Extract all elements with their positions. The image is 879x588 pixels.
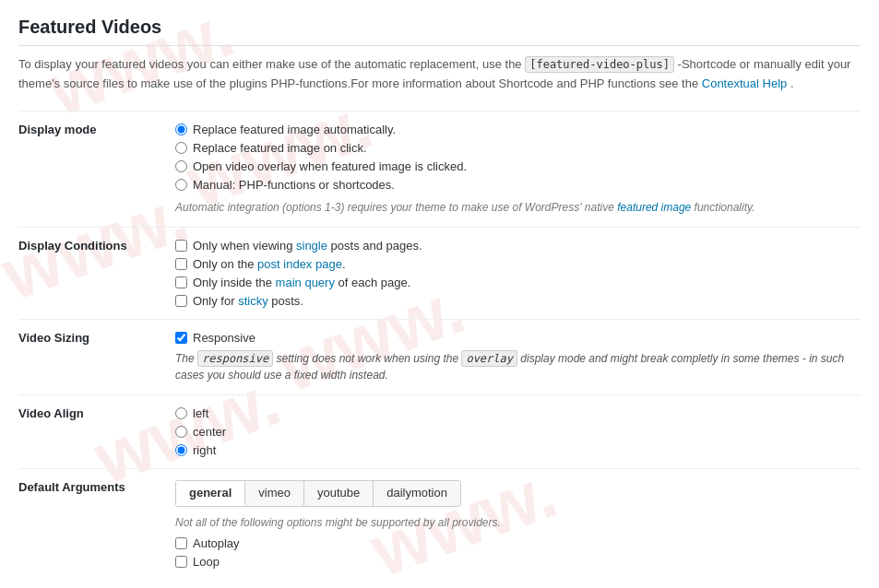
post-index-link[interactable]: post index page — [257, 257, 342, 271]
autoplay-checkbox-label[interactable]: Autoplay — [175, 536, 851, 550]
video-sizing-options: Responsive The responsive setting does n… — [166, 319, 861, 394]
video-sizing-note: The responsive setting does not work whe… — [175, 350, 851, 383]
display-mode-radio-2[interactable] — [175, 160, 187, 172]
display-conditions-check-3[interactable] — [175, 295, 187, 307]
contextual-help-link[interactable]: Contextual Help — [702, 76, 788, 90]
display-conditions-label: Display Conditions — [18, 227, 166, 319]
intro-paragraph: To display your featured videos you can … — [18, 55, 861, 94]
default-arguments-label: Default Arguments — [18, 468, 166, 580]
video-align-radio-left[interactable] — [175, 407, 187, 419]
default-arguments-tabs: general vimeo youtube dailymotion — [175, 480, 461, 507]
responsive-checkbox-label[interactable]: Responsive — [175, 331, 851, 345]
default-arguments-options: general vimeo youtube dailymotion Not al… — [166, 468, 861, 580]
page-content: Featured Videos To display your featured… — [18, 17, 861, 580]
tab-vimeo[interactable]: vimeo — [245, 481, 304, 506]
display-mode-option-1[interactable]: Replace featured image on click. — [175, 141, 851, 155]
display-conditions-checkbox-group: Only when viewing single posts and pages… — [175, 239, 851, 308]
video-align-radio-right[interactable] — [175, 444, 187, 456]
display-mode-option-2[interactable]: Open video overlay when featured image i… — [175, 159, 851, 173]
video-align-right[interactable]: right — [175, 443, 851, 457]
video-align-label: Video Align — [18, 394, 166, 468]
tab-dailymotion[interactable]: dailymotion — [374, 481, 460, 506]
display-conditions-option-0[interactable]: Only when viewing single posts and pages… — [175, 239, 851, 253]
display-mode-option-3[interactable]: Manual: PHP-functions or shortcodes. — [175, 178, 851, 192]
display-conditions-row: Display Conditions Only when viewing sin… — [18, 227, 861, 319]
tab-general[interactable]: general — [176, 481, 245, 506]
display-conditions-option-1[interactable]: Only on the post index page. — [175, 257, 851, 271]
display-conditions-options: Only when viewing single posts and pages… — [166, 227, 861, 319]
tab-youtube[interactable]: youtube — [304, 481, 374, 506]
video-align-radio-group: left center right — [175, 406, 851, 457]
loop-checkbox-label[interactable]: Loop — [175, 555, 851, 569]
main-query-link[interactable]: main query — [276, 276, 335, 289]
video-align-options: left center right — [166, 394, 861, 468]
display-conditions-check-2[interactable] — [175, 276, 187, 288]
default-arguments-row: Default Arguments general vimeo youtube … — [18, 468, 861, 580]
display-mode-radio-group: Replace featured image automatically. Re… — [175, 123, 851, 192]
responsive-checkbox[interactable] — [175, 332, 187, 344]
page-title: Featured Videos — [18, 17, 861, 46]
display-mode-option-0[interactable]: Replace featured image automatically. — [175, 123, 851, 136]
video-align-row: Video Align left center righ — [18, 394, 861, 468]
loop-checkbox[interactable] — [175, 556, 187, 568]
responsive-code: responsive — [197, 350, 273, 367]
video-align-radio-center[interactable] — [175, 426, 187, 438]
video-align-center[interactable]: center — [175, 425, 851, 439]
display-mode-label: Display mode — [18, 111, 166, 227]
featured-image-link[interactable]: featured image — [617, 201, 691, 214]
display-mode-radio-3[interactable] — [175, 179, 187, 191]
display-conditions-option-3[interactable]: Only for sticky posts. — [175, 294, 851, 308]
display-mode-radio-1[interactable] — [175, 142, 187, 154]
display-mode-radio-0[interactable] — [175, 123, 187, 135]
shortcode-badge: [featured-video-plus] — [525, 56, 674, 73]
default-arguments-note: Not all of the following options might b… — [175, 514, 851, 531]
sticky-link[interactable]: sticky — [238, 294, 268, 308]
overlay-code: overlay — [461, 350, 517, 367]
single-link[interactable]: single — [296, 239, 327, 253]
display-conditions-option-2[interactable]: Only inside the main query of each page. — [175, 276, 851, 289]
default-arguments-checkboxes: Autoplay Loop — [175, 536, 851, 569]
main-container: www. www. www. www. www. www. Featured V… — [0, 0, 879, 588]
settings-table: Display mode Replace featured image auto… — [18, 111, 861, 580]
autoplay-checkbox[interactable] — [175, 537, 187, 549]
video-sizing-row: Video Sizing Responsive The responsive s… — [18, 319, 861, 394]
display-mode-row: Display mode Replace featured image auto… — [18, 111, 861, 227]
display-conditions-check-1[interactable] — [175, 258, 187, 270]
display-mode-note: Automatic integration (options 1-3) requ… — [175, 199, 851, 216]
display-mode-options: Replace featured image automatically. Re… — [166, 111, 861, 227]
display-conditions-check-0[interactable] — [175, 240, 187, 252]
video-align-left[interactable]: left — [175, 406, 851, 420]
video-sizing-label: Video Sizing — [18, 319, 166, 394]
